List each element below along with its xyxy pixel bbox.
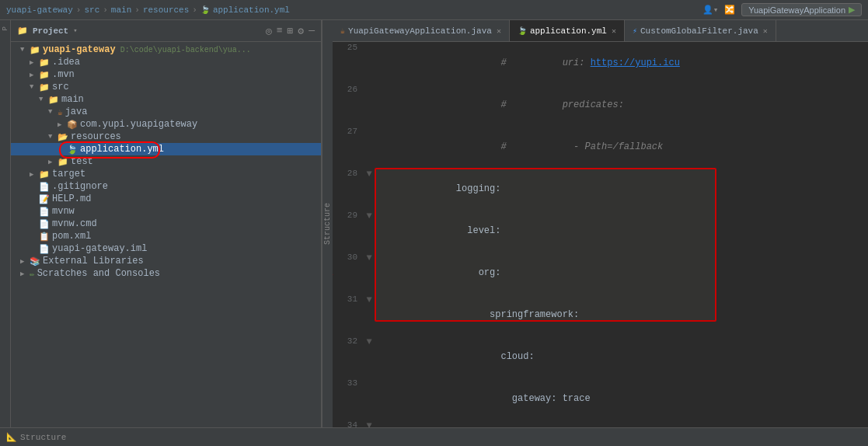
line-fold-30[interactable]: ▼	[364, 252, 375, 294]
iml-icon: 📄	[39, 244, 50, 254]
item-label: mvnw	[52, 206, 75, 217]
tree-item-application-yml[interactable]: 🍃 application.yml	[11, 143, 321, 155]
tree-item-com-yupi[interactable]: ▶ 📦 com.yupi.yuapigateway	[11, 118, 321, 131]
line-fold-27[interactable]	[364, 126, 375, 168]
tab-application-yml[interactable]: 🍃 application.yml ✕	[510, 20, 625, 41]
tree-item-test[interactable]: ▶ 📁 test	[11, 155, 321, 168]
bc-file[interactable]: application.yml	[213, 5, 290, 15]
line-fold-26[interactable]	[364, 84, 375, 126]
tab-close-icon[interactable]: ✕	[612, 26, 616, 36]
tree-item-iml[interactable]: 📄 yuapi-gateway.iml	[11, 242, 321, 255]
breadcrumb-bar: yuapi-gateway › src › main › resources ›…	[0, 0, 868, 20]
run-config-button[interactable]: YuapiGatewayApplication ▶	[741, 3, 862, 16]
tree-item-pom[interactable]: 📋 pom.xml	[11, 230, 321, 242]
line-fold-28[interactable]: ▼	[364, 168, 375, 210]
minimize-icon[interactable]: —	[309, 25, 315, 37]
yml-tab-icon: 🍃	[518, 26, 527, 36]
locate-icon[interactable]: ◎	[266, 25, 272, 37]
line-num-29: 29	[333, 210, 364, 252]
bc-project[interactable]: yuapi-gateway	[6, 5, 73, 15]
editor-content[interactable]: 25 # uri: https://yupi.icu 26 #	[333, 42, 868, 427]
tree-item-scratches[interactable]: ▶ ✏️ Scratches and Consoles	[11, 267, 321, 280]
run-config-label: YuapiGatewayApplication	[748, 5, 845, 15]
line-fold-29[interactable]: ▼	[364, 210, 375, 252]
tree-item-target[interactable]: ▶ 📁 target	[11, 168, 321, 180]
bc-resources[interactable]: resources	[143, 5, 189, 15]
line-fold-34[interactable]: ▼	[364, 420, 375, 427]
arrow-icon: ▼	[20, 46, 30, 54]
tree-item-mvnw-cmd[interactable]: 📄 mvnw.cmd	[11, 218, 321, 230]
bc-src[interactable]: src	[84, 5, 99, 15]
tab-yuapi-gateway-application[interactable]: ☕ YuapiGatewayApplication.java ✕	[333, 20, 510, 41]
line-code-29: level:	[375, 210, 868, 252]
resources-folder-icon: 📂	[58, 132, 68, 142]
code-line-33: 33 gateway: trace	[333, 378, 868, 420]
bc-sep3: ›	[134, 5, 140, 15]
tree-item-idea[interactable]: ▶ 📁 .idea	[11, 56, 321, 68]
structure-icon: 📐	[6, 432, 17, 442]
tree-item-mvn[interactable]: ▶ 📁 .mvn	[11, 68, 321, 81]
expand-all-icon[interactable]: ⊞	[288, 25, 294, 37]
arrow-icon: ▶	[30, 58, 39, 67]
structure-side-tab[interactable]: Structure	[322, 20, 333, 427]
arrow-icon: ▶	[58, 120, 67, 129]
vcs-icon[interactable]: 🔀	[724, 5, 735, 15]
tree-item-java[interactable]: ▼ ☕ java	[11, 106, 321, 118]
file-tree: ▼ 📁 yuapi-gateway D:\code\yuapi-backend\…	[11, 42, 321, 427]
tree-item-src[interactable]: ▼ 📁 src	[11, 81, 321, 93]
tree-item-gitignore[interactable]: 📄 .gitignore	[11, 180, 321, 193]
filter-tab-icon: ⚡	[633, 26, 637, 36]
line-fold-25[interactable]	[364, 42, 375, 84]
line-fold-32[interactable]: ▼	[364, 336, 375, 378]
tab-close-icon[interactable]: ✕	[497, 26, 501, 36]
arrow-icon: ▼	[48, 133, 58, 141]
line-fold-33[interactable]	[364, 378, 375, 420]
collapse-icon[interactable]: ≡	[277, 25, 283, 37]
panel-header: 📁 Project ▾ ◎ ≡ ⊞ ⚙ —	[11, 20, 321, 42]
folder-icon: 📁	[48, 95, 59, 105]
arrow-icon: ▼	[39, 96, 48, 103]
item-label: test	[71, 156, 93, 167]
tree-item-resources[interactable]: ▼ 📂 resources	[11, 131, 321, 143]
item-label: src	[52, 82, 69, 92]
file-tree-panel: 📁 Project ▾ ◎ ≡ ⊞ ⚙ — ▼ 📁 yuapi-gateway …	[11, 20, 322, 427]
pom-icon: 📋	[39, 232, 50, 242]
tab-custom-global-filter[interactable]: ⚡ CustomGlobalFilter.java ✕	[625, 20, 776, 41]
item-label: .idea	[52, 57, 80, 68]
tree-item-help-md[interactable]: 📝 HELP.md	[11, 193, 321, 205]
code-line-29: 29 ▼ level:	[333, 210, 868, 252]
tab-close-icon[interactable]: ✕	[763, 26, 768, 36]
tree-item-external-libraries[interactable]: ▶ 📚 External Libraries	[11, 255, 321, 267]
tree-item-main[interactable]: ▼ 📁 main	[11, 93, 321, 106]
bottom-bar: 📐 Structure	[0, 427, 868, 446]
item-label: .mvn	[52, 69, 75, 80]
bottom-structure-item[interactable]: 📐 Structure	[6, 432, 66, 442]
line-code-34: dubbo:	[375, 420, 868, 427]
dropdown-arrow[interactable]: ▾	[73, 26, 77, 35]
tree-item-yuapi-gateway[interactable]: ▼ 📁 yuapi-gateway D:\code\yuapi-backend\…	[11, 44, 321, 56]
tree-item-mvnw[interactable]: 📄 mvnw	[11, 205, 321, 218]
scratches-label: Scratches and Consoles	[37, 268, 160, 279]
breadcrumb-right-actions: 👤▾ 🔀 YuapiGatewayApplication ▶	[702, 3, 862, 16]
item-label: java	[65, 106, 88, 117]
code-line-32: 32 ▼ cloud:	[333, 336, 868, 378]
user-icon[interactable]: 👤▾	[702, 5, 719, 15]
gear-icon[interactable]: ⚙	[298, 25, 304, 37]
line-code-28: logging:	[375, 168, 868, 210]
line-num-27: 27	[333, 126, 364, 168]
line-num-34: 34	[333, 420, 364, 427]
item-label: mvnw.cmd	[52, 218, 97, 229]
folder-icon: 📁	[39, 82, 50, 92]
project-side-icon[interactable]: P	[2, 23, 9, 33]
tab-label: YuapiGatewayApplication.java	[348, 26, 492, 36]
item-path: D:\code\yuapi-backend\yua...	[120, 46, 251, 54]
code-line-31: 31 ▼ springframework:	[333, 294, 868, 336]
line-code-33: gateway: trace	[375, 378, 868, 420]
line-num-33: 33	[333, 378, 364, 420]
bc-main[interactable]: main	[111, 5, 131, 15]
item-label: target	[52, 169, 85, 179]
bc-icon: 🍃	[200, 5, 210, 15]
bc-sep4: ›	[192, 5, 197, 15]
line-code-25: # uri: https://yupi.icu	[375, 42, 868, 84]
line-fold-31[interactable]: ▼	[364, 294, 375, 336]
